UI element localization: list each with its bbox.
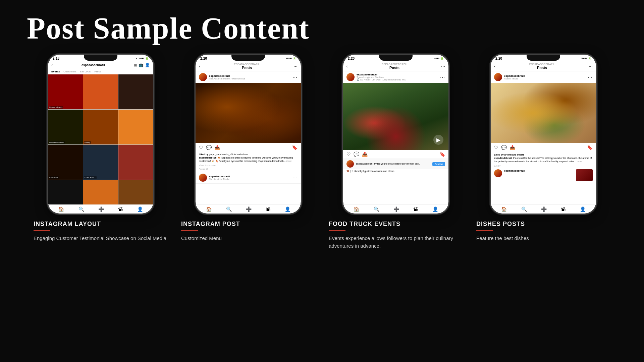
phone-notch-2 bbox=[231, 55, 265, 61]
nav-eat-local[interactable]: Eat Local bbox=[80, 70, 91, 73]
reel-icon-4[interactable]: 📽 bbox=[561, 206, 566, 212]
dots-icon-3[interactable]: ⋯ bbox=[441, 64, 445, 69]
post-user-caption-2: espadasdebrazil bbox=[199, 157, 217, 159]
like-icon-2[interactable]: ♡ bbox=[199, 145, 203, 150]
ig-header-2: ‹ ESPADASDEBRAZIL Posts ⋯ bbox=[196, 61, 301, 71]
post-dots-3[interactable]: ··· bbox=[440, 74, 445, 80]
collab-review-btn-3[interactable]: Review bbox=[432, 162, 445, 166]
grid-cell-10: HALLOWEEN bbox=[48, 180, 83, 204]
home-icon-1[interactable]: 🏠 bbox=[58, 206, 64, 212]
share-icon-4[interactable]: 📤 bbox=[509, 145, 515, 150]
search-icon-1[interactable]: 🔍 bbox=[78, 206, 84, 212]
profile-icon-1[interactable]: 👤 bbox=[137, 206, 143, 212]
phone-mockup-2: 2:20 WiFi 🔋 ‹ ESPADASDEBRAZIL Posts bbox=[195, 54, 302, 215]
search-icon-2[interactable]: 🔍 bbox=[226, 206, 232, 212]
profile-icon-3[interactable]: 👤 bbox=[432, 206, 438, 212]
phone-column-4: 2:20 WiFi 🔋 ‹ ESPADASDEBRAZIL Posts bbox=[476, 54, 610, 242]
likes-row-3: 🤎 💬 Liked by figueiredorobinson and othe… bbox=[343, 169, 448, 174]
label-section-3: FOOD TRUCK EVENTS Events experience allo… bbox=[329, 221, 463, 250]
share-icon-3[interactable]: 📤 bbox=[362, 152, 368, 157]
phone-column-1: 2:18 ▲ WiFi 🔋 ‹ espadasdebrazil bbox=[34, 54, 168, 242]
play-btn-3[interactable]: ▶ bbox=[433, 135, 443, 145]
profile-icon-4[interactable]: 👤 bbox=[580, 206, 586, 212]
plus-icon-1[interactable]: ➕ bbox=[98, 206, 104, 212]
dots-icon-2[interactable]: ⋯ bbox=[293, 64, 298, 69]
nav-press[interactable]: Press bbox=[94, 70, 101, 73]
post-user-caption-4: espadasdebrazil bbox=[494, 157, 512, 159]
plus-icon-4[interactable]: ➕ bbox=[541, 206, 547, 212]
home-icon-3[interactable]: 🏠 bbox=[354, 206, 359, 212]
label-divider-3 bbox=[329, 230, 345, 231]
grid-cell-5: cowboy bbox=[83, 110, 118, 144]
view-comments-2[interactable]: View 1 comment bbox=[196, 164, 301, 167]
search-icon-4[interactable]: 🔍 bbox=[521, 206, 527, 212]
save-icon-3[interactable]: 🔖 bbox=[439, 152, 445, 157]
post-dots-2[interactable]: ··· bbox=[292, 74, 298, 80]
ig-header-4: ‹ ESPADASDEBRAZIL Posts ⋯ bbox=[491, 61, 596, 71]
grid-cell-12 bbox=[118, 180, 153, 204]
profile-name-1: espadasdebrazil bbox=[82, 63, 105, 67]
second-post-header-2: espadasdebrazil The Austinite Market ··· bbox=[196, 172, 301, 184]
second-avatar-2 bbox=[199, 174, 207, 182]
ig-grid: Upcoming Events Brazilian Latin Food cow… bbox=[48, 74, 153, 204]
person-icon-1[interactable]: 👤 bbox=[145, 63, 150, 67]
posts-title-2: Posts bbox=[200, 66, 293, 70]
back-icon-1[interactable]: ‹ bbox=[51, 63, 53, 67]
phone-screen-2: 2:20 WiFi 🔋 ‹ ESPADASDEBRAZIL Posts bbox=[196, 55, 301, 214]
label-divider-4 bbox=[476, 230, 493, 231]
like-icon-4[interactable]: ♡ bbox=[494, 145, 498, 150]
post-header-4: espadasdebrazil Austin, Texas ··· bbox=[491, 71, 596, 83]
ig-grid-inner: Upcoming Events Brazilian Latin Food cow… bbox=[48, 74, 153, 204]
dots-icon-4[interactable]: ⋯ bbox=[589, 64, 593, 69]
second-avatar-4 bbox=[494, 169, 502, 177]
reel-icon-1[interactable]: 📽 bbox=[118, 206, 123, 212]
post-actions-4: ♡ 💬 📤 🔖 bbox=[491, 143, 596, 152]
comment-icon-4[interactable]: 💬 bbox=[501, 145, 507, 150]
truck-visual-3 bbox=[343, 83, 448, 150]
grid-icon-1[interactable]: ⊞ bbox=[134, 63, 137, 67]
home-icon-4[interactable]: 🏠 bbox=[501, 206, 507, 212]
post-user-3: espadasdebrazil bbox=[357, 73, 406, 76]
save-icon-4[interactable]: 🔖 bbox=[587, 145, 593, 150]
home-icon-2[interactable]: 🏠 bbox=[206, 206, 212, 212]
like-icon-3[interactable]: ♡ bbox=[346, 152, 351, 157]
nav-customers[interactable]: Customers bbox=[63, 70, 76, 73]
phone-screen-1: 2:18 ▲ WiFi 🔋 ‹ espadasdebrazil bbox=[48, 55, 153, 214]
post-header-2: espadasdebrazil The Austinite Market · H… bbox=[196, 71, 301, 83]
share-icon-2[interactable]: 📤 bbox=[214, 145, 220, 150]
save-icon-2[interactable]: 🔖 bbox=[292, 145, 298, 150]
plus-icon-2[interactable]: ➕ bbox=[246, 206, 252, 212]
post-user-2: espadasdebrazil bbox=[209, 74, 245, 77]
post-dots-4[interactable]: ··· bbox=[588, 74, 593, 80]
grid-cell-2 bbox=[83, 74, 118, 109]
label-divider-1 bbox=[34, 230, 50, 231]
grid-cell-9 bbox=[118, 145, 153, 180]
caption-section-4: Liked by w4nfei and others espadasdebraz… bbox=[491, 152, 596, 164]
collab-text-3: espadasdebrazil invited you to be a coll… bbox=[356, 162, 430, 165]
phone-screen-4: 2:20 WiFi 🔋 ‹ ESPADASDEBRAZIL Posts bbox=[491, 55, 596, 214]
grid-cell-6 bbox=[118, 110, 153, 144]
profile-icon-2[interactable]: 👤 bbox=[285, 206, 290, 212]
phone-mockup-4: 2:20 WiFi 🔋 ‹ ESPADASDEBRAZIL Posts bbox=[490, 54, 597, 215]
post-caption-2: Liked by grupo_sambaustin_official and o… bbox=[196, 152, 301, 164]
status-time-4: 2:20 bbox=[495, 57, 502, 60]
search-icon-3[interactable]: 🔍 bbox=[374, 206, 379, 212]
post-header-3: espadasdebrazil Texas Longhorns Stadium … bbox=[343, 71, 448, 83]
phone-notch-1 bbox=[84, 55, 117, 61]
post-image-2 bbox=[196, 83, 301, 143]
dish-visual-4 bbox=[491, 83, 596, 143]
comment-icon-3[interactable]: 💬 bbox=[354, 152, 359, 157]
second-dots-2[interactable]: ··· bbox=[292, 175, 298, 180]
ig-nav-1: Events Customers Eat Local Press bbox=[48, 69, 153, 74]
ig-header-3: ‹ ESPADASDEBRAZIL Posts ⋯ bbox=[343, 61, 448, 71]
reel-icon-2[interactable]: 📽 bbox=[266, 206, 270, 212]
second-post-user-2: espadasdebrazil bbox=[209, 175, 230, 178]
tv-icon-1[interactable]: 📺 bbox=[139, 63, 144, 67]
comment-icon-2[interactable]: 💬 bbox=[206, 145, 212, 150]
status-time-1: 2:18 bbox=[53, 57, 59, 60]
plus-icon-3[interactable]: ➕ bbox=[393, 206, 399, 212]
second-post-2: espadasdebrazil The Austinite Market ··· bbox=[196, 172, 301, 184]
post-date-2: August 15 bbox=[196, 167, 301, 171]
nav-events[interactable]: Events bbox=[51, 70, 60, 73]
reel-icon-3[interactable]: 📽 bbox=[413, 206, 418, 212]
